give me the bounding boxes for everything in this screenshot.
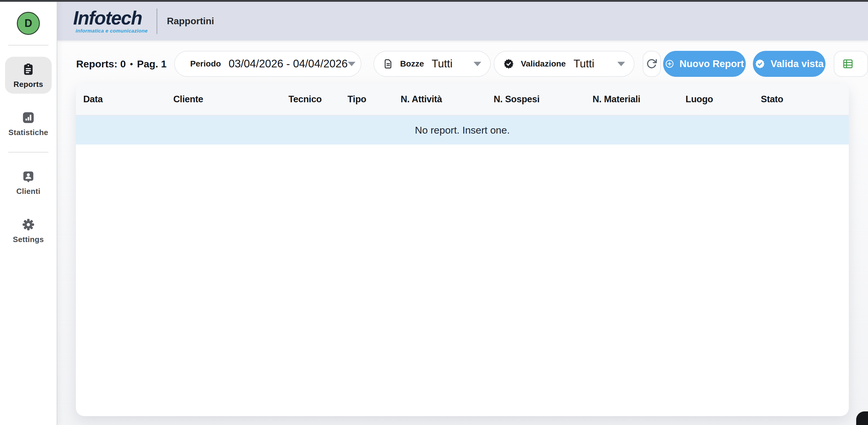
sidebar-item-label: Settings — [13, 235, 44, 244]
bozze-value: Tutti — [432, 58, 453, 70]
badge-check-icon — [503, 58, 514, 69]
chevron-down-icon — [348, 62, 355, 66]
brand-name: Infotech — [73, 8, 142, 28]
clipboard-icon — [22, 63, 35, 76]
gear-icon — [22, 218, 35, 231]
sidebar-item-clienti[interactable]: Clienti — [5, 164, 52, 201]
valida-vista-label: Valida vista — [771, 58, 824, 69]
sidebar-item-label: Reports — [13, 80, 43, 89]
sidebar-item-label: Clienti — [16, 187, 40, 196]
column-header-n-attivita: N. Attività — [401, 94, 494, 105]
header-divider — [156, 8, 157, 34]
bozze-label: Bozze — [400, 59, 424, 68]
validazione-value: Tutti — [574, 58, 594, 70]
column-header-luogo: Luogo — [686, 94, 761, 105]
circle-plus-icon — [665, 58, 674, 70]
periodo-label: Periodo — [190, 59, 221, 68]
sidebar-item-statistiche[interactable]: Statistiche — [5, 105, 52, 142]
sidebar-item-settings[interactable]: Settings — [5, 212, 52, 249]
column-header-n-sospesi: N. Sospesi — [494, 94, 593, 105]
sidebar-item-reports[interactable]: Reports — [5, 57, 52, 94]
brand-tagline: informatica e comunicazione — [67, 28, 148, 34]
contact-card-icon — [22, 170, 35, 183]
chevron-down-icon — [617, 62, 625, 66]
nuovo-report-label: Nuovo Report — [680, 58, 744, 69]
sidebar-item-label: Statistiche — [8, 128, 49, 137]
app-header: Infotech informatica e comunicazione Rap… — [57, 2, 868, 40]
main-content: Reports: 0 • Pag. 1 Periodo 03/04/2026 -… — [57, 40, 868, 425]
window-top-strip — [0, 0, 868, 2]
column-header-tecnico: Tecnico — [288, 94, 347, 105]
reports-table-card: Data Cliente Tecnico Tipo N. Attività N.… — [76, 84, 849, 416]
brand-logo: Infotech informatica e comunicazione — [67, 8, 148, 34]
chevron-down-icon — [473, 62, 481, 66]
valida-vista-button[interactable]: Valida vista — [753, 51, 826, 77]
empty-state-row: No report. Insert one. — [76, 116, 849, 144]
validazione-filter[interactable]: Validazione Tutti — [494, 51, 634, 77]
sidebar-divider — [8, 45, 49, 46]
column-header-stato: Stato — [761, 94, 849, 105]
table-header-row: Data Cliente Tecnico Tipo N. Attività N.… — [76, 84, 849, 116]
sidebar: D Reports Statistiche Clienti — [0, 0, 57, 425]
avatar[interactable]: D — [17, 12, 40, 35]
column-header-cliente: Cliente — [173, 94, 288, 105]
reports-count: Reports: 0 — [76, 58, 126, 70]
avatar-initial: D — [25, 17, 32, 30]
export-excel-button[interactable] — [834, 51, 868, 77]
badge-check-icon — [755, 58, 765, 70]
bozze-filter[interactable]: Bozze Tutti — [373, 51, 491, 77]
page-title: Rapportini — [167, 16, 214, 27]
document-icon — [383, 58, 394, 69]
reports-summary: Reports: 0 • Pag. 1 — [76, 58, 166, 70]
bar-chart-icon — [22, 111, 35, 124]
spreadsheet-icon — [842, 58, 854, 70]
periodo-value: 03/04/2026 - 04/04/2026 — [228, 58, 347, 70]
column-header-n-materiali: N. Materiali — [593, 94, 686, 105]
refresh-icon — [646, 58, 657, 70]
empty-state-message: No report. Insert one. — [415, 124, 509, 136]
page-indicator: Pag. 1 — [137, 58, 166, 70]
column-header-tipo: Tipo — [347, 94, 401, 105]
toolbar: Reports: 0 • Pag. 1 Periodo 03/04/2026 -… — [76, 51, 868, 77]
refresh-button[interactable] — [643, 51, 661, 77]
periodo-filter[interactable]: Periodo 03/04/2026 - 04/04/2026 — [174, 51, 361, 77]
column-header-data: Data — [83, 94, 173, 105]
sidebar-divider — [8, 152, 49, 152]
nuovo-report-button[interactable]: Nuovo Report — [663, 51, 746, 77]
summary-separator: • — [130, 59, 133, 69]
validazione-label: Validazione — [521, 59, 566, 68]
